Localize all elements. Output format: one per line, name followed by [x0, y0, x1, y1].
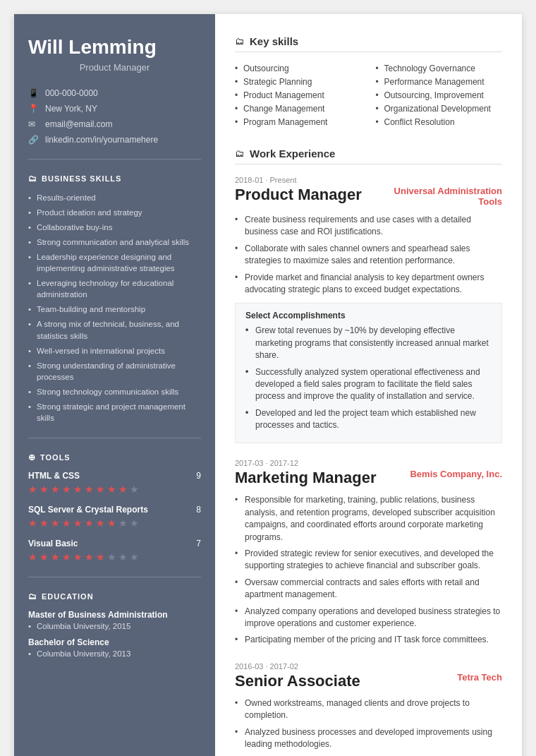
job-bullets: Responsible for marketing, training, pub…: [235, 494, 502, 646]
star: ★: [85, 551, 94, 563]
business-skills-heading: 🗂 BUSINESS SKILLS: [28, 174, 201, 184]
star: ★: [73, 484, 83, 495]
education-section: 🗂 Education Master of Business Administr…: [28, 592, 201, 658]
skill-item: Collaborative buy-ins: [28, 222, 201, 233]
star: ★: [107, 551, 116, 563]
star: ★: [85, 484, 94, 495]
bullet-item: Provided strategic review for senior exe…: [235, 548, 502, 572]
email-icon: ✉: [28, 119, 39, 129]
skill-item: Team-building and mentorship: [28, 304, 201, 315]
star: ★: [96, 551, 105, 563]
star: ★: [107, 484, 116, 495]
skill-item: Strong understanding of administrative p…: [28, 360, 201, 383]
star: ★: [62, 551, 71, 563]
job-marketing-manager: 2017-03 · 2017-12 Marketing Manager Bemi…: [235, 459, 502, 646]
candidate-name: Will Lemming: [28, 35, 201, 59]
skill-item: Leveraging technology for educational ad…: [28, 277, 201, 300]
tools-icon: ⊕: [28, 452, 36, 462]
bullet-item: Oversaw commercial contracts and sales e…: [235, 577, 502, 601]
contact-section: 📱 000-000-0000 📍 New York, NY ✉ email@em…: [28, 88, 201, 145]
work-icon: 🗂: [235, 148, 244, 159]
tool-stars: ★ ★ ★ ★ ★ ★ ★ ★ ★ ★: [28, 551, 201, 563]
tools-section: ⊕ Tools HTML & CSS 9 ★ ★ ★ ★ ★ ★ ★ ★ ★: [28, 452, 201, 563]
contact-location: 📍 New York, NY: [28, 104, 201, 114]
job-senior-associate: 2016-03 · 2017-02 Senior Associate Tetra…: [235, 662, 502, 756]
star: ★: [62, 517, 71, 529]
tool-html-css: HTML & CSS 9 ★ ★ ★ ★ ★ ★ ★ ★ ★ ★: [28, 471, 201, 495]
accomplishment-item: •Grew total revenues by ~10% by developi…: [245, 325, 492, 361]
accomplishments-list: •Grew total revenues by ~10% by developi…: [245, 325, 492, 431]
star: ★: [130, 551, 139, 563]
star: ★: [39, 484, 49, 495]
bullet-item: Analyzed company operations and develope…: [235, 606, 502, 630]
key-skills-grid: Outsourcing Strategic Planning Product M…: [235, 64, 502, 131]
accomplishment-item: •Successfully analyzed system operationa…: [245, 366, 492, 403]
skill-item: Product ideation and strategy: [28, 207, 201, 218]
star: ★: [96, 517, 105, 529]
bullet-item: Responsible for marketing, training, pub…: [235, 494, 502, 544]
tool-stars: ★ ★ ★ ★ ★ ★ ★ ★ ★ ★: [28, 484, 201, 495]
star: ★: [96, 484, 105, 495]
location-icon: 📍: [28, 104, 39, 114]
skill-item: Strong communication and analytical skil…: [28, 236, 201, 248]
linkedin-icon: 🔗: [28, 135, 39, 145]
phone-icon: 📱: [28, 88, 39, 98]
skill-item: A strong mix of technical, business, and…: [28, 318, 201, 341]
accomplishment-item: •Developed and led the project team whic…: [245, 407, 492, 432]
star: ★: [73, 517, 83, 529]
star: ★: [85, 517, 94, 529]
star: ★: [118, 517, 128, 529]
key-skills-col1: Outsourcing Strategic Planning Product M…: [235, 64, 362, 131]
star: ★: [118, 551, 128, 563]
star: ★: [28, 484, 37, 495]
key-skills-header: 🗂 Key skills: [235, 35, 502, 47]
skill-item: Strong technology communication skills: [28, 386, 201, 397]
star: ★: [39, 517, 49, 529]
skill-item: Strong strategic and project management …: [28, 401, 201, 424]
skill-item: Well-versed in international projects: [28, 345, 201, 356]
candidate-title: Product Manager: [28, 62, 201, 73]
star: ★: [28, 517, 37, 529]
edu-mba: Master of Business Administration Columb…: [28, 610, 201, 630]
job-bullets: Create business requirements and use cas…: [235, 214, 502, 296]
contact-linkedin: 🔗 linkedin.com/in/yournamehere: [28, 135, 201, 145]
star: ★: [28, 551, 37, 563]
bullet-item: Analyzed business processes and develope…: [235, 726, 502, 751]
contact-email: ✉ email@email.com: [28, 119, 201, 129]
star: ★: [130, 484, 139, 495]
bullet-item: Create business requirements and use cas…: [235, 214, 502, 239]
star: ★: [62, 484, 71, 495]
star: ★: [130, 517, 139, 529]
work-experience-header: 🗂 Work Experience: [235, 148, 502, 160]
right-column: 🗂 Key skills Outsourcing Strategic Plann…: [215, 14, 522, 756]
star: ★: [73, 551, 83, 563]
bullet-item: Provide market and financial analysis to…: [235, 272, 502, 296]
key-skills-icon: 🗂: [235, 36, 244, 47]
education-heading: 🗂 Education: [28, 592, 201, 601]
star: ★: [51, 484, 60, 495]
briefcase-icon: 🗂: [28, 174, 37, 184]
tools-heading: ⊕ Tools: [28, 452, 201, 462]
accomplishments-box: Select Accomplishments •Grew total reven…: [235, 303, 502, 443]
skill-item: Results-oriented: [28, 192, 201, 203]
job-product-manager: 2018-01 · Present Product Manager Univer…: [235, 176, 502, 443]
star: ★: [51, 517, 60, 529]
edu-bs: Bachelor of Science Columbia University,…: [28, 637, 201, 658]
bullet-item: Collaborate with sales channel owners an…: [235, 243, 502, 268]
star: ★: [107, 517, 116, 529]
star: ★: [39, 551, 49, 563]
star: ★: [51, 551, 60, 563]
tool-vb: Visual Basic 7 ★ ★ ★ ★ ★ ★ ★ ★ ★ ★: [28, 539, 201, 563]
business-skills-list: Results-oriented Product ideation and st…: [28, 192, 201, 424]
edu-icon: 🗂: [28, 592, 37, 601]
job-bullets: Owned workstreams, managed clients and d…: [235, 697, 502, 756]
key-skills-col2: Technology Governance Performance Manage…: [376, 64, 503, 131]
bullet-item: Participating member of the pricing and …: [235, 634, 502, 646]
tool-stars: ★ ★ ★ ★ ★ ★ ★ ★ ★ ★: [28, 517, 201, 529]
bullet-item: Owned workstreams, managed clients and d…: [235, 697, 502, 722]
star: ★: [118, 484, 128, 495]
tool-sql: SQL Server & Crystal Reports 8 ★ ★ ★ ★ ★…: [28, 505, 201, 529]
skill-item: Leadership experience designing and impl…: [28, 251, 201, 274]
left-column: Will Lemming Product Manager 📱 000-000-0…: [14, 14, 215, 756]
contact-phone: 📱 000-000-0000: [28, 88, 201, 98]
